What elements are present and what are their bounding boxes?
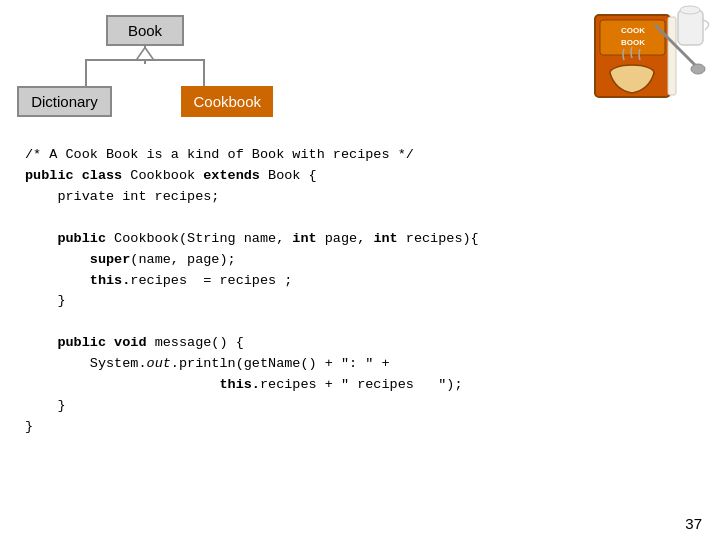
svg-text:COOK: COOK: [621, 26, 645, 35]
code-text-1: Cookbook: [122, 168, 203, 183]
svg-text:BOOK: BOOK: [621, 38, 645, 47]
code-line-7: public void message() {: [25, 333, 705, 354]
code-text-3c: recipes){: [398, 231, 479, 246]
svg-rect-4: [668, 17, 676, 95]
page-number: 37: [685, 515, 702, 532]
code-line-1: public class Cookbook extends Book {: [25, 166, 705, 187]
keyword-public-void: public void: [25, 335, 147, 350]
code-line-blank2: [25, 312, 705, 333]
triangle-inner: [138, 49, 152, 59]
code-line-blank1: [25, 208, 705, 229]
cookbook-box: Cookbook: [181, 86, 273, 117]
code-line-5: this.recipes = recipes ;: [25, 271, 705, 292]
book-node: Book: [15, 15, 275, 46]
svg-point-7: [691, 64, 705, 74]
inheritance-triangle: [136, 46, 154, 59]
cookbook-illustration: COOK BOOK: [580, 5, 710, 105]
keyword-extends: extends: [203, 168, 260, 183]
code-comment: /* A Cook Book is a kind of Book with re…: [25, 145, 705, 166]
code-line-8: System.out.println(getName() + ": " +: [25, 354, 705, 375]
code-line-2: private int recipes;: [25, 187, 705, 208]
keyword-public-class: public class: [25, 168, 122, 183]
keyword-public2: public: [25, 231, 106, 246]
book-box: Book: [106, 15, 184, 46]
svg-rect-8: [678, 10, 703, 45]
code-text-5: recipes = recipes ;: [130, 273, 292, 288]
code-line-11: }: [25, 417, 705, 438]
horizontal-branch: [85, 59, 205, 61]
keyword-out: out: [147, 356, 171, 371]
code-text-3b: page,: [317, 231, 374, 246]
child-nodes: Dictionary Cookbook: [15, 86, 275, 117]
code-line-9: this.recipes + " recipes ");: [25, 375, 705, 396]
code-line-6: }: [25, 291, 705, 312]
code-block: /* A Cook Book is a kind of Book with re…: [25, 145, 705, 438]
code-text-3a: Cookbook(String name,: [106, 231, 292, 246]
code-text-7: message() {: [147, 335, 244, 350]
code-line-3: public Cookbook(String name, int page, i…: [25, 229, 705, 250]
uml-diagram: Book Dictionary Cookbook: [15, 15, 275, 117]
code-text-9: recipes + " recipes ");: [260, 377, 463, 392]
svg-point-9: [680, 6, 700, 14]
left-vertical: [85, 59, 87, 86]
right-vertical: [203, 59, 205, 86]
keyword-this2: this.: [25, 377, 260, 392]
keyword-super: super: [25, 252, 130, 267]
keyword-this1: this.: [25, 273, 130, 288]
code-text-8b: .println(getName() + ": " +: [171, 356, 390, 371]
code-line-10: }: [25, 396, 705, 417]
tree-connector-lines: [15, 46, 275, 86]
code-text-1b: Book {: [260, 168, 317, 183]
dictionary-box: Dictionary: [17, 86, 112, 117]
code-text-4: (name, page);: [130, 252, 235, 267]
code-text-8a: System.: [25, 356, 147, 371]
keyword-int1: int: [292, 231, 316, 246]
code-line-4: super(name, page);: [25, 250, 705, 271]
keyword-int2: int: [373, 231, 397, 246]
